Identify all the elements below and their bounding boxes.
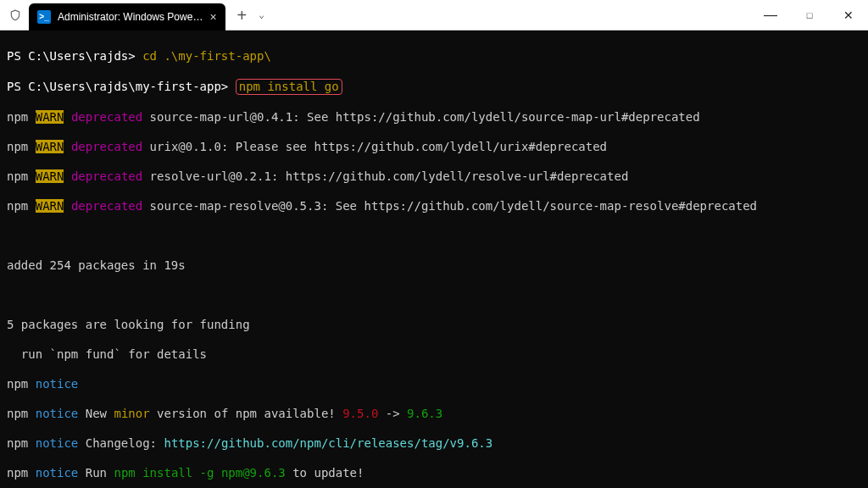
tab-dropdown-icon[interactable]: ⌄	[259, 9, 264, 20]
tab-title: Administrator: Windows Powe…	[58, 11, 203, 23]
changelog-link[interactable]: https://github.com/npm/cli/releases/tag/…	[164, 436, 492, 450]
npm-label: npm	[7, 466, 36, 480]
warn-badge: WARN	[36, 199, 64, 213]
version-word: minor	[114, 407, 149, 420]
warn-text: resolve-url@0.2.1: https://github.com/ly…	[142, 169, 628, 183]
npm-label: npm	[7, 436, 36, 450]
notice-label: notice	[36, 407, 79, 420]
shield-icon	[5, 9, 25, 21]
command-text: cd .\my-first-app\	[142, 49, 271, 63]
deprecated-label: deprecated	[71, 199, 142, 213]
window-titlebar: >_ Administrator: Windows Powe… × + ⌄ — …	[0, 0, 868, 30]
deprecated-label: deprecated	[71, 110, 142, 124]
warn-badge: WARN	[36, 169, 64, 183]
notice-label: notice	[36, 436, 79, 450]
npm-label: npm	[7, 169, 36, 183]
npm-label: npm	[7, 110, 36, 124]
close-window-button[interactable]: ✕	[829, 0, 868, 30]
old-version: 9.5.0	[342, 407, 378, 420]
warn-text: urix@0.1.0: Please see https://github.co…	[142, 140, 607, 153]
deprecated-label: deprecated	[71, 169, 142, 183]
npm-label: npm	[7, 407, 36, 420]
output-text: added 254 packages in 19s	[7, 258, 186, 272]
tab-powershell[interactable]: >_ Administrator: Windows Powe… ×	[29, 3, 225, 30]
new-version: 9.6.3	[407, 407, 442, 420]
highlight-npm-install: npm install go	[236, 79, 342, 96]
terminal-output[interactable]: PS C:\Users\rajds> cd .\my-first-app\ PS…	[0, 30, 868, 488]
npm-label: npm	[7, 377, 36, 391]
new-tab-button[interactable]: +	[237, 7, 248, 24]
maximize-button[interactable]: □	[790, 0, 829, 30]
command-text: npm install go	[239, 80, 339, 93]
warn-badge: WARN	[36, 140, 64, 153]
close-tab-icon[interactable]: ×	[209, 10, 216, 24]
prompt: PS C:\Users\rajds>	[7, 49, 142, 63]
notice-label: notice	[36, 466, 79, 480]
warn-badge: WARN	[36, 110, 64, 124]
npm-label: npm	[7, 199, 36, 213]
minimize-button[interactable]: —	[751, 0, 790, 30]
update-command: npm install -g npm@9.6.3	[114, 466, 285, 480]
warn-text: source-map-url@0.4.1: See https://github…	[142, 110, 699, 124]
deprecated-label: deprecated	[71, 140, 142, 153]
output-text: 5 packages are looking for funding	[7, 318, 250, 331]
powershell-icon: >_	[37, 10, 51, 24]
prompt: PS C:\Users\rajds\my-first-app>	[7, 80, 236, 93]
warn-text: source-map-resolve@0.5.3: See https://gi…	[142, 199, 757, 213]
npm-label: npm	[7, 140, 36, 153]
output-text: run `npm fund` for details	[7, 347, 207, 361]
window-controls: — □ ✕	[751, 0, 868, 30]
notice-label: notice	[36, 377, 79, 391]
